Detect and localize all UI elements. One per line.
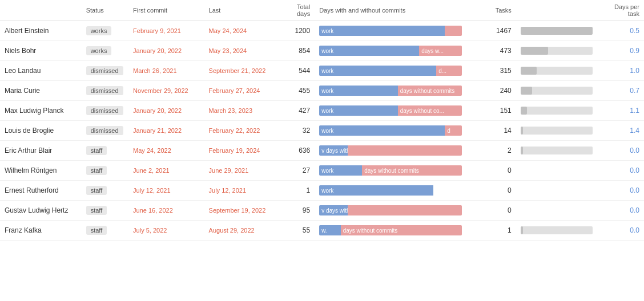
cell-tasks: 1 bbox=[469, 221, 516, 241]
cell-days-bar: workd bbox=[315, 121, 469, 141]
cell-tasks-bar bbox=[516, 81, 598, 101]
cell-total-days: 636 bbox=[280, 141, 315, 161]
days-bar-container: v days without commits bbox=[319, 205, 462, 215]
cell-first-commit: June 2, 2021 bbox=[128, 161, 204, 181]
cell-tasks: 240 bbox=[469, 81, 516, 101]
cell-days-per-task: 0.5 bbox=[597, 21, 644, 41]
table-row: Louis de BrogliedismissedJanuary 21, 202… bbox=[0, 121, 644, 141]
cell-days-per-task: 0.7 bbox=[597, 81, 644, 101]
status-badge[interactable]: works bbox=[86, 26, 112, 35]
days-bar-container: workdays w... bbox=[319, 46, 462, 56]
tasks-bar-fill bbox=[521, 87, 532, 95]
status-badge[interactable]: staff bbox=[86, 186, 107, 195]
cell-total-days: 1200 bbox=[280, 21, 315, 41]
cell-status: works bbox=[82, 41, 128, 61]
cell-last: February 22, 2022 bbox=[204, 121, 280, 141]
tasks-bar-fill bbox=[521, 47, 548, 55]
cell-total-days: 1 bbox=[280, 181, 315, 201]
cell-last: September 21, 2022 bbox=[204, 61, 280, 81]
status-badge[interactable]: dismissed bbox=[86, 86, 123, 95]
status-badge[interactable]: dismissed bbox=[86, 106, 123, 115]
cell-last: May 24, 2024 bbox=[204, 21, 280, 41]
cell-tasks-bar bbox=[516, 141, 598, 161]
cell-days-bar: w.days without commits bbox=[315, 221, 469, 241]
status-badge[interactable]: staff bbox=[86, 206, 107, 215]
cell-first-commit: July 12, 2021 bbox=[128, 181, 204, 201]
cell-name: Albert Einstein bbox=[0, 21, 82, 41]
cell-days-bar: v days without commits bbox=[315, 141, 469, 161]
col-days-bar: Days with and without commits bbox=[315, 0, 469, 21]
cell-days-bar: workdays w... bbox=[315, 41, 469, 61]
col-tasks-bar bbox=[516, 0, 598, 21]
cell-last: March 23, 2023 bbox=[204, 101, 280, 121]
cell-first-commit: January 21, 2022 bbox=[128, 121, 204, 141]
cell-tasks-bar bbox=[516, 181, 598, 201]
col-status[interactable]: Status bbox=[82, 0, 128, 21]
days-bar-container: work bbox=[319, 26, 462, 36]
days-bar-container: workdays without commits bbox=[319, 165, 462, 176]
cell-last: May 23, 2024 bbox=[204, 41, 280, 61]
cell-last: February 27, 2024 bbox=[204, 81, 280, 101]
bar-work: work bbox=[319, 86, 398, 96]
cell-total-days: 544 bbox=[280, 61, 315, 81]
cell-days-per-task: 0.0 bbox=[597, 161, 644, 181]
status-badge[interactable]: dismissed bbox=[86, 126, 123, 135]
cell-total-days: 95 bbox=[280, 201, 315, 221]
bar-work: work bbox=[319, 26, 445, 36]
cell-name: Niels Bohr bbox=[0, 41, 82, 61]
table-row: Eric Arthur BlairstaffMay 24, 2022Februa… bbox=[0, 141, 644, 161]
table-row: Gustav Ludwig HertzstaffJune 16, 2022Sep… bbox=[0, 201, 644, 221]
cell-tasks: 2 bbox=[469, 141, 516, 161]
cell-tasks-bar bbox=[516, 161, 598, 181]
cell-name: Maria Curie bbox=[0, 81, 82, 101]
tasks-bar-container bbox=[521, 27, 593, 35]
col-tasks[interactable]: Tasks bbox=[469, 0, 516, 21]
cell-tasks: 14 bbox=[469, 121, 516, 141]
cell-days-per-task: 0.9 bbox=[597, 41, 644, 61]
col-total-days[interactable]: Total days bbox=[280, 0, 315, 21]
status-badge[interactable]: staff bbox=[86, 166, 107, 175]
cell-tasks-bar bbox=[516, 201, 598, 221]
cell-status: dismissed bbox=[82, 101, 128, 121]
cell-first-commit: March 26, 2021 bbox=[128, 61, 204, 81]
bar-work: work bbox=[319, 185, 433, 196]
cell-name: Gustav Ludwig Hertz bbox=[0, 201, 82, 221]
status-badge[interactable]: dismissed bbox=[86, 66, 123, 75]
tasks-bar-fill bbox=[521, 27, 593, 35]
col-last[interactable]: Last bbox=[204, 0, 280, 21]
cell-days-per-task: 1.4 bbox=[597, 121, 644, 141]
cell-days-per-task: 0.0 bbox=[597, 141, 644, 161]
days-bar-container: workd... bbox=[319, 66, 462, 76]
cell-status: staff bbox=[82, 181, 128, 201]
bar-without bbox=[445, 26, 462, 36]
table-row: Franz KafkastaffJuly 5, 2022August 29, 2… bbox=[0, 221, 644, 241]
bar-work: v days without commits bbox=[319, 205, 348, 215]
cell-last: February 19, 2024 bbox=[204, 141, 280, 161]
cell-days-per-task: 0.0 bbox=[597, 181, 644, 201]
cell-tasks: 473 bbox=[469, 41, 516, 61]
cell-first-commit: January 20, 2022 bbox=[128, 101, 204, 121]
tasks-bar-container bbox=[521, 67, 593, 75]
tasks-bar-container bbox=[521, 87, 593, 95]
bar-without: d... bbox=[436, 66, 462, 76]
status-badge[interactable]: works bbox=[86, 46, 112, 55]
cell-last: July 12, 2021 bbox=[204, 181, 280, 201]
cell-tasks: 0 bbox=[469, 161, 516, 181]
data-table: Status First commit Last Total days Days… bbox=[0, 0, 644, 241]
cell-name: Ernest Rutherford bbox=[0, 181, 82, 201]
col-first-commit[interactable]: First commit bbox=[128, 0, 204, 21]
table-row: Leo LandaudismissedMarch 26, 2021Septemb… bbox=[0, 61, 644, 81]
days-bar-container: workdays without co... bbox=[319, 105, 462, 116]
bar-without: days without co... bbox=[398, 105, 462, 116]
tasks-bar-container bbox=[521, 226, 593, 234]
tasks-bar-container bbox=[521, 147, 593, 154]
cell-name: Eric Arthur Blair bbox=[0, 141, 82, 161]
bar-work: work bbox=[319, 105, 398, 116]
cell-days-bar: workdays without co... bbox=[315, 101, 469, 121]
status-badge[interactable]: staff bbox=[86, 226, 107, 235]
days-bar-container: workdays without commits bbox=[319, 86, 462, 96]
cell-name: Franz Kafka bbox=[0, 221, 82, 241]
status-badge[interactable]: staff bbox=[86, 146, 107, 155]
tasks-bar-fill bbox=[521, 67, 537, 75]
col-days-per-task[interactable]: Days per task bbox=[597, 0, 644, 21]
